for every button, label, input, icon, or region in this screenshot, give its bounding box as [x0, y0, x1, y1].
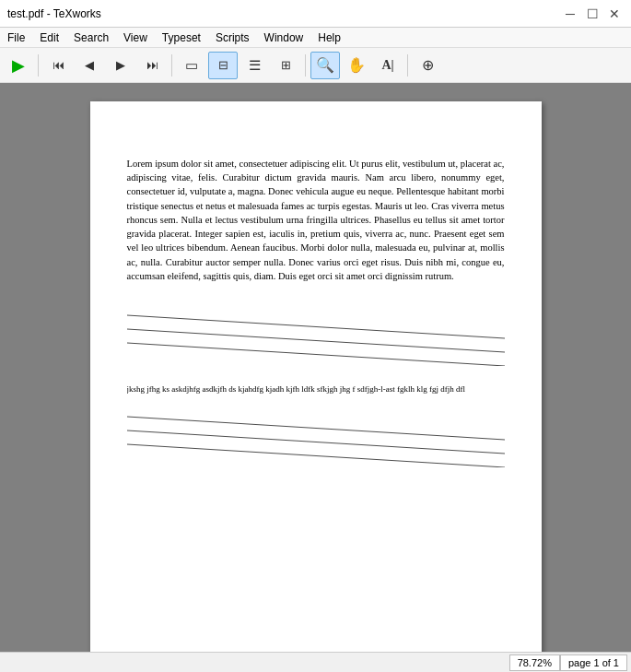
run-button[interactable]: ▶: [4, 52, 33, 79]
double-page-button[interactable]: ⊟: [208, 52, 238, 79]
menu-file[interactable]: File: [0, 29, 32, 46]
svg-line-2: [127, 343, 505, 366]
spread-button[interactable]: ⊞: [271, 52, 300, 79]
separator-3: [305, 54, 306, 77]
title-bar: test.pdf - TeXworks ─ ☐ ✕: [0, 0, 631, 28]
menu-scripts[interactable]: Scripts: [208, 29, 257, 46]
separator-2: [171, 54, 172, 77]
svg-line-3: [127, 417, 505, 440]
minimize-button[interactable]: ─: [561, 5, 579, 23]
close-button[interactable]: ✕: [605, 5, 624, 23]
svg-line-5: [127, 444, 505, 467]
menu-search[interactable]: Search: [66, 29, 116, 46]
next-page-button[interactable]: ▶: [106, 52, 135, 79]
first-page-button[interactable]: ⏮: [43, 52, 73, 79]
menu-help[interactable]: Help: [310, 29, 348, 46]
last-page-button[interactable]: ⏭: [137, 52, 167, 79]
single-page-button[interactable]: ▭: [177, 52, 206, 79]
status-bar: 78.72% page 1 of 1: [0, 652, 631, 672]
pdf-page: Lorem ipsum dolor sit amet, consectetuer…: [90, 101, 542, 652]
diagonal-lines-bottom: [127, 403, 505, 477]
menu-edit[interactable]: Edit: [32, 29, 66, 46]
separator-4: [407, 54, 408, 77]
pdf-main-text: Lorem ipsum dolor sit amet, consectetuer…: [127, 157, 505, 283]
scroll-button[interactable]: ✋: [342, 52, 371, 79]
menu-bar: File Edit Search View Typeset Scripts Wi…: [0, 28, 631, 48]
magnify-button[interactable]: 🔍: [310, 52, 340, 79]
continuous-button[interactable]: ☰: [240, 52, 269, 79]
svg-line-1: [127, 329, 505, 352]
zoom-level: 78.72%: [509, 654, 560, 671]
maximize-button[interactable]: ☐: [583, 5, 602, 23]
pdf-small-text: jkshg jfhg ks askdjhfg asdkjfh ds kjahdf…: [127, 384, 505, 394]
main-area: Lorem ipsum dolor sit amet, consectetuer…: [0, 83, 631, 652]
svg-line-0: [127, 315, 505, 338]
find-button[interactable]: ⊕: [413, 52, 442, 79]
title-text: test.pdf - TeXworks: [7, 7, 101, 20]
menu-window[interactable]: Window: [257, 29, 311, 46]
title-controls: ─ ☐ ✕: [561, 5, 624, 23]
menu-typeset[interactable]: Typeset: [155, 29, 208, 46]
toolbar: ▶ ⏮ ◀ ▶ ⏭ ▭ ⊟ ☰ ⊞ 🔍 ✋ A| ⊕: [0, 48, 631, 83]
separator-1: [38, 54, 39, 77]
prev-page-button[interactable]: ◀: [75, 52, 104, 79]
diagonal-lines-top: [127, 301, 505, 375]
svg-line-4: [127, 430, 505, 454]
page-info: page 1 of 1: [560, 654, 627, 671]
pdf-viewer[interactable]: Lorem ipsum dolor sit amet, consectetuer…: [0, 83, 631, 652]
select-text-button[interactable]: A|: [373, 52, 403, 79]
menu-view[interactable]: View: [116, 29, 155, 46]
